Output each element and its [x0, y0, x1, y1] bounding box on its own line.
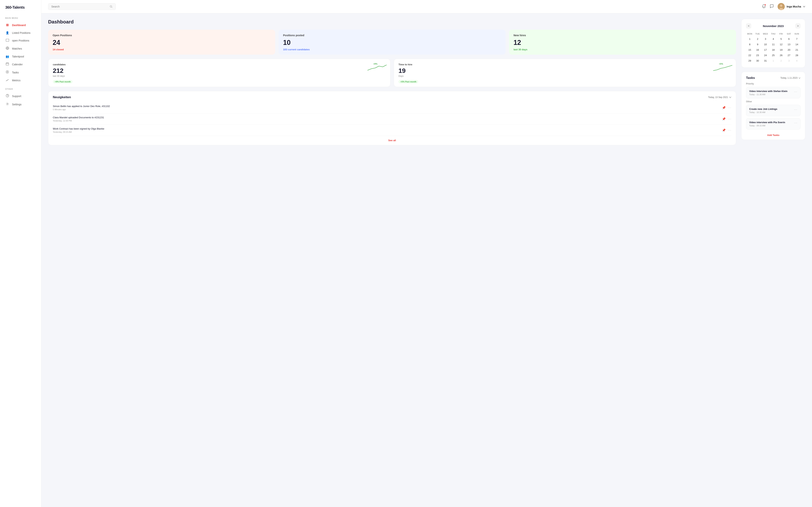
- calendar-prev-button[interactable]: <: [746, 23, 751, 29]
- calendar-day[interactable]: 23: [754, 53, 761, 58]
- see-all-link[interactable]: See all: [388, 139, 396, 142]
- calendar-day[interactable]: 31: [762, 58, 769, 63]
- calendar-day[interactable]: 6: [785, 37, 793, 42]
- stat-cards: Open Positions 24 14 closed Positions po…: [48, 30, 736, 55]
- svg-rect-7: [6, 63, 9, 65]
- task-item-time: Today - 10.30 AM: [749, 111, 777, 113]
- news-item-time: 5 Minutes ago: [53, 108, 110, 111]
- sidebar-item-settings[interactable]: Settings: [0, 100, 41, 109]
- calendar-day[interactable]: 12: [777, 42, 785, 47]
- calendar-day[interactable]: 28: [793, 53, 801, 58]
- calendar-day[interactable]: 21: [793, 47, 801, 52]
- calendar-day[interactable]: 25: [769, 53, 777, 58]
- add-tasks-link[interactable]: Add Tasks: [767, 134, 779, 136]
- dashboard-icon: ⊞: [5, 23, 9, 27]
- task-more-options[interactable]: ···: [794, 121, 797, 125]
- sidebar-item-tasks[interactable]: Tasks: [0, 68, 41, 76]
- calendar-day[interactable]: 13: [785, 42, 793, 47]
- task-item: Create new Job Listings Today - 10.30 AM…: [746, 105, 801, 116]
- calendar-next-button[interactable]: >: [795, 23, 801, 29]
- calendar-day[interactable]: 20: [785, 47, 793, 52]
- pin-icon[interactable]: 📌: [722, 106, 726, 109]
- chart-card-candidates: +9% candidates 212 last 30 days +9% Past…: [48, 59, 391, 87]
- task-more-options[interactable]: ···: [794, 90, 797, 94]
- chevron-down-icon: [799, 77, 801, 79]
- sidebar-item-open-positions[interactable]: open Positions: [0, 37, 41, 45]
- sidebar-item-label: Talentpool: [12, 55, 24, 58]
- chart-card-days: last 30 days: [53, 75, 386, 77]
- calendar-day[interactable]: 3: [785, 58, 793, 63]
- task-item-time: Today - 09:15 AM: [749, 124, 785, 127]
- calendar-day[interactable]: 5: [777, 37, 785, 42]
- news-date-label: Today, 13 Sep 2021: [708, 96, 728, 99]
- stat-card-positions-posted: Positions posted 10 103 current candidat…: [278, 30, 506, 55]
- more-options-icon[interactable]: ···: [728, 128, 731, 132]
- tasks-date-label: Today, 1.11.2023: [780, 76, 798, 79]
- calendar-day[interactable]: 2: [754, 37, 761, 42]
- calendar-day[interactable]: 10: [762, 42, 769, 47]
- calendar-day[interactable]: 8: [746, 42, 754, 47]
- news-item-text: Simon Bellin has applied to Junior Dev R…: [53, 105, 110, 108]
- stat-card-sub: 103 current candidates: [283, 48, 501, 51]
- more-options-icon[interactable]: ···: [728, 117, 731, 121]
- calendar-day[interactable]: 1: [746, 37, 754, 42]
- notification-button[interactable]: [762, 4, 766, 9]
- calendar-day[interactable]: 29: [746, 58, 754, 63]
- calendar-day-label: MON: [746, 32, 754, 37]
- task-more-options[interactable]: ···: [794, 108, 797, 112]
- calendar-day[interactable]: 2: [777, 58, 785, 63]
- pin-icon[interactable]: 📌: [722, 128, 726, 132]
- more-options-icon[interactable]: ···: [728, 106, 731, 110]
- content-area: Dashboard Open Positions 24 14 closed Po…: [41, 13, 812, 507]
- calender-icon: [5, 62, 9, 66]
- neuigkeiten-card: Neuigkeiten Today, 13 Sep 2021 Simon Bel…: [48, 91, 736, 145]
- sidebar-item-label: Metrics: [12, 79, 20, 82]
- calendar-day[interactable]: 22: [746, 53, 754, 58]
- search-input[interactable]: [51, 5, 108, 8]
- calendar-day[interactable]: 1: [769, 58, 777, 63]
- task-item: Video Interview with Stefan Klein Today …: [746, 87, 801, 98]
- calendar-day[interactable]: 26: [777, 53, 785, 58]
- tasks-date-select[interactable]: Today, 1.11.2023: [780, 76, 801, 79]
- sidebar-item-dashboard[interactable]: ⊞ Dashboard: [0, 21, 41, 29]
- calendar-day[interactable]: 17: [762, 47, 769, 52]
- sidebar-item-metrics[interactable]: Metrics: [0, 76, 41, 84]
- sidebar-item-support[interactable]: Support: [0, 92, 41, 100]
- priority-label: Priority: [746, 82, 801, 85]
- avatar: [777, 3, 785, 10]
- calendar-day[interactable]: 4: [793, 58, 801, 63]
- chart-card-days: Days: [399, 75, 731, 77]
- settings-icon: [5, 102, 9, 107]
- calendar-day-label: SAT: [785, 32, 793, 37]
- pin-icon[interactable]: 📌: [722, 117, 726, 121]
- search-bar[interactable]: [48, 3, 116, 10]
- news-header: Neuigkeiten Today, 13 Sep 2021: [53, 95, 731, 99]
- tasks-icon: [5, 70, 9, 74]
- sidebar-item-listed-positions[interactable]: 👤 Listed Positions: [0, 29, 41, 37]
- calendar-day[interactable]: 24: [762, 53, 769, 58]
- sidebar-item-talentpool[interactable]: 👥 Talentpool: [0, 53, 41, 60]
- sidebar-item-label: open Positions: [12, 39, 29, 42]
- chevron-down-icon: [729, 97, 731, 98]
- calendar-day[interactable]: 16: [754, 47, 761, 52]
- message-button[interactable]: [770, 4, 774, 9]
- calendar-day[interactable]: 27: [785, 53, 793, 58]
- calendar-day[interactable]: 14: [793, 42, 801, 47]
- calendar-day[interactable]: 11: [769, 42, 777, 47]
- candidates-mini-chart: [368, 63, 387, 73]
- calendar-day[interactable]: 4: [769, 37, 777, 42]
- calendar-day[interactable]: 7: [793, 37, 801, 42]
- time-to-hire-mini-chart: [713, 63, 732, 73]
- user-info[interactable]: Inga Mucha: [777, 3, 805, 10]
- sidebar-item-calender[interactable]: Calender: [0, 60, 41, 68]
- news-date-select[interactable]: Today, 13 Sep 2021: [708, 96, 731, 99]
- right-column: < November 2023 > MONTUEWEDTHUFRISATSUN …: [741, 19, 805, 140]
- calendar-day[interactable]: 15: [746, 47, 754, 52]
- calendar-day[interactable]: 9: [754, 42, 761, 47]
- talentpool-icon: 👥: [5, 55, 9, 58]
- calendar-day[interactable]: 18: [769, 47, 777, 52]
- calendar-day[interactable]: 30: [754, 58, 761, 63]
- calendar-day[interactable]: 3: [762, 37, 769, 42]
- calendar-day[interactable]: 19: [777, 47, 785, 52]
- sidebar-item-matches[interactable]: Matches: [0, 45, 41, 53]
